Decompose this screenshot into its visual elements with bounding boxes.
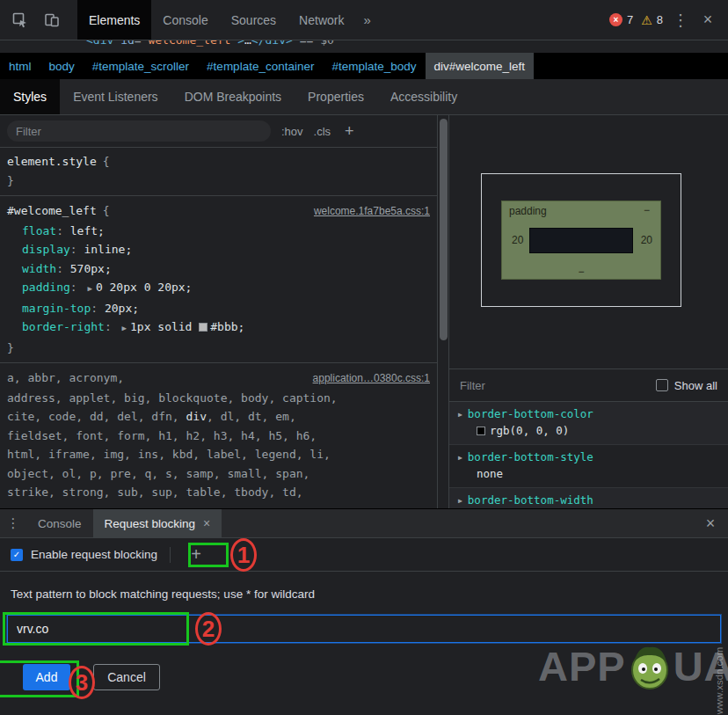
tab-event-listeners[interactable]: Event Listeners bbox=[60, 79, 171, 114]
hov-toggle[interactable]: :hov bbox=[281, 125, 303, 138]
toolbar-icon-group bbox=[0, 0, 69, 40]
close-tab-icon[interactable]: × bbox=[203, 516, 210, 530]
drawer-kebab-menu-icon[interactable]: ⋮ bbox=[0, 509, 26, 537]
rule-selector: a, abbr, acronym, bbox=[7, 368, 124, 388]
collapse-minus-icon[interactable]: − bbox=[644, 204, 650, 216]
cancel-button[interactable]: Cancel bbox=[93, 664, 160, 690]
expand-arrow-icon[interactable]: ▶ bbox=[458, 497, 462, 505]
css-declaration-width[interactable]: width: 570px; bbox=[7, 259, 430, 279]
expand-arrow-icon[interactable]: ▶ bbox=[458, 454, 462, 462]
more-tabs-icon[interactable]: » bbox=[355, 0, 378, 40]
tab-accessibility[interactable]: Accessibility bbox=[377, 79, 470, 114]
cls-toggle[interactable]: .cls bbox=[314, 125, 331, 138]
tab-network[interactable]: Network bbox=[288, 0, 355, 40]
css-declaration-margin-top[interactable]: margin-top: 20px; bbox=[7, 299, 430, 318]
color-swatch-bbb[interactable] bbox=[199, 323, 207, 332]
add-button[interactable]: Add bbox=[23, 664, 70, 690]
styles-filter-input[interactable] bbox=[7, 120, 271, 142]
property-value: 0 20px 0 20px; bbox=[96, 281, 193, 294]
show-all-checkbox[interactable] bbox=[656, 379, 668, 391]
expand-arrow-icon[interactable]: ▶ bbox=[119, 324, 130, 332]
drawer-tab-request-blocking[interactable]: Request blocking × bbox=[93, 509, 222, 537]
drawer-tab-label: Request blocking bbox=[105, 517, 196, 530]
breadcrumb-template-scroller[interactable]: #template_scroller bbox=[84, 53, 198, 79]
error-badge[interactable]: × 7 bbox=[609, 13, 633, 26]
property-value: inline; bbox=[84, 243, 132, 256]
tab-sources[interactable]: Sources bbox=[220, 0, 288, 40]
css-declaration-display[interactable]: display: inline; bbox=[7, 240, 430, 259]
rule-selector: #welcome_left bbox=[7, 201, 97, 221]
element-style-rule-header[interactable]: element.style { bbox=[7, 152, 430, 171]
collapse-minus-icon[interactable]: − bbox=[578, 266, 584, 278]
breadcrumb-body[interactable]: body bbox=[40, 53, 84, 79]
computed-property-name-line: ▶border-bottom-style bbox=[458, 450, 719, 463]
device-toolbar-icon[interactable] bbox=[39, 7, 65, 33]
close-devtools-icon[interactable]: × bbox=[698, 11, 717, 29]
property-name: padding bbox=[22, 281, 70, 294]
tab-properties[interactable]: Properties bbox=[295, 79, 377, 114]
selector-line: html, iframe, img, ins, kbd, label, lege… bbox=[7, 445, 430, 464]
computed-property-name: border-bottom-style bbox=[468, 450, 593, 463]
styles-pane-scrollbar[interactable] bbox=[437, 115, 448, 508]
css-declaration-padding[interactable]: padding: ▶0 20px 0 20px; bbox=[7, 278, 430, 299]
kebab-menu-icon[interactable]: ⋮ bbox=[671, 11, 690, 30]
computed-property-row[interactable]: ▶border-bottom-width bbox=[449, 488, 728, 508]
devtools-toolbar: Elements Console Sources Network » × 7 ⚠… bbox=[0, 0, 728, 40]
box-model-border-box[interactable]: padding − 20 20 − bbox=[481, 173, 681, 307]
warning-badge[interactable]: ⚠ 8 bbox=[641, 13, 663, 26]
warning-icon: ⚠ bbox=[641, 14, 652, 26]
breadcrumb-template-container[interactable]: #template_container bbox=[198, 53, 323, 79]
colon: : bbox=[56, 262, 70, 275]
padding-label: padding bbox=[509, 205, 547, 217]
tab-elements[interactable]: Elements bbox=[77, 0, 151, 40]
inspect-element-icon[interactable] bbox=[7, 7, 33, 33]
computed-property-value: rgb(0, 0, 0) bbox=[490, 424, 569, 437]
breadcrumb-welcome-left[interactable]: div#welcome_left bbox=[426, 53, 535, 79]
scrollbar-thumb[interactable] bbox=[440, 119, 448, 340]
broad-rule-header[interactable]: a, abbr, acronym, application…0380c.css:… bbox=[7, 368, 430, 389]
toolbar-right-group: × 7 ⚠ 8 ⋮ × bbox=[609, 0, 728, 40]
error-icon: × bbox=[609, 13, 622, 26]
computed-property-name: border-bottom-color bbox=[468, 407, 593, 420]
close-brace: } bbox=[7, 171, 430, 191]
breadcrumb-html[interactable]: html bbox=[0, 53, 40, 79]
warning-count: 8 bbox=[657, 13, 663, 26]
tab-console[interactable]: Console bbox=[151, 0, 219, 40]
colon: : bbox=[70, 243, 84, 256]
stylesheet-source-link[interactable]: application…0380c.css:1 bbox=[306, 369, 430, 389]
attr-eq-token: = bbox=[135, 40, 142, 47]
drawer-tab-bar: ⋮ Console Request blocking × × bbox=[0, 508, 728, 538]
closing-tag-token: </div> bbox=[251, 40, 293, 47]
tag-end-token: > bbox=[237, 40, 244, 47]
new-style-rule-button[interactable]: + bbox=[345, 122, 354, 141]
padding-left-value[interactable]: 20 bbox=[512, 234, 523, 246]
tab-dom-breakpoints[interactable]: DOM Breakpoints bbox=[171, 79, 295, 114]
box-model-content-box[interactable] bbox=[529, 228, 633, 253]
drawer-tab-console[interactable]: Console bbox=[26, 509, 93, 537]
expand-arrow-icon[interactable]: ▶ bbox=[458, 411, 462, 419]
close-drawer-icon[interactable]: × bbox=[693, 509, 728, 537]
pattern-input-row: 2 bbox=[7, 615, 721, 643]
pattern-input[interactable] bbox=[7, 615, 721, 643]
color-swatch-black[interactable] bbox=[477, 427, 485, 435]
computed-property-row[interactable]: ▶border-bottom-style none bbox=[449, 445, 728, 488]
computed-property-row[interactable]: ▶border-bottom-color rgb(0, 0, 0) bbox=[449, 402, 728, 445]
dom-tree-clipped-row[interactable]: <div id="welcome_left">…</div> == $0 bbox=[0, 40, 728, 53]
css-declaration-float[interactable]: float: left; bbox=[7, 222, 430, 241]
show-all-control[interactable]: Show all bbox=[656, 379, 717, 392]
enable-request-blocking-checkbox[interactable]: ✓ bbox=[11, 549, 23, 561]
property-name: float bbox=[22, 224, 56, 237]
stylesheet-source-link[interactable]: welcome.1fa7be5a.css:1 bbox=[307, 202, 430, 222]
breadcrumb-template-body[interactable]: #template_body bbox=[323, 53, 425, 79]
box-model-padding-box[interactable]: padding − 20 20 − bbox=[501, 201, 661, 280]
css-declaration-border-right[interactable]: border-right: ▶1px solid #bbb; bbox=[7, 317, 430, 339]
toolbar-divider bbox=[170, 547, 171, 563]
expand-arrow-icon[interactable]: ▶ bbox=[84, 284, 95, 293]
computed-property-value-line: rgb(0, 0, 0) bbox=[458, 424, 719, 437]
welcome-left-rule-header[interactable]: #welcome_left { welcome.1fa7be5a.css:1 bbox=[7, 201, 430, 222]
computed-filter-input[interactable] bbox=[460, 379, 574, 392]
add-pattern-button[interactable]: + bbox=[183, 544, 209, 566]
colon: : bbox=[91, 302, 105, 315]
padding-right-value[interactable]: 20 bbox=[641, 234, 652, 246]
tab-styles[interactable]: Styles bbox=[0, 79, 60, 114]
